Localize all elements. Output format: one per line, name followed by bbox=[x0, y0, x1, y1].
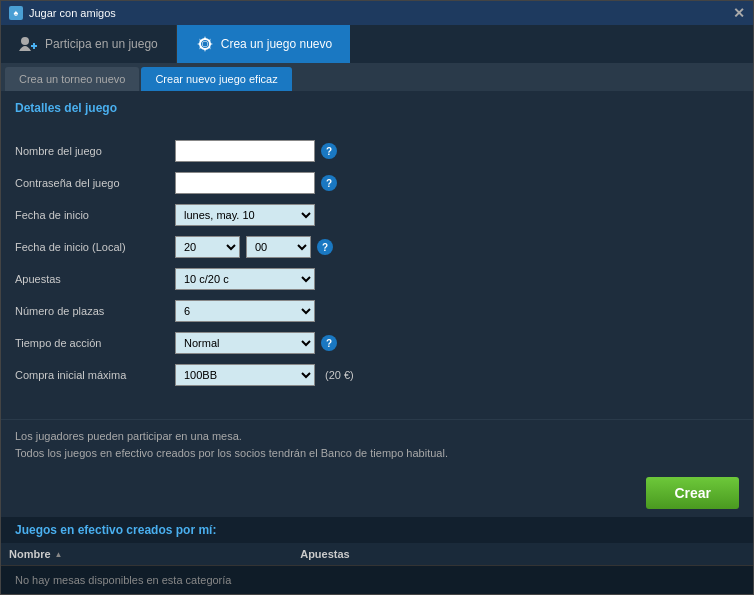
action-time-row: Tiempo de acción Normal Turbo Hyper ? bbox=[15, 331, 739, 355]
top-nav: Participa en un juego Crea un juego nuev… bbox=[1, 25, 753, 63]
game-details-section: Detalles del juego Nombre del juego ? Co… bbox=[1, 91, 753, 419]
start-date-local-row: Fecha de inicio (Local) 20 21 22 23 00 1… bbox=[15, 235, 739, 259]
gear-icon bbox=[195, 34, 215, 54]
seats-controls: 2 4 6 8 9 bbox=[175, 300, 739, 322]
max-buyin-select[interactable]: 100BB 50BB 200BB bbox=[175, 364, 315, 386]
max-buyin-controls: 100BB 50BB 200BB (20 €) bbox=[175, 364, 739, 386]
col-name: Nombre ▲ bbox=[1, 543, 292, 565]
bets-controls: 10 c/20 c 25 c/50 c 50 c/1 € 1 €/2 € bbox=[175, 268, 739, 290]
start-date-select[interactable]: lunes, may. 10 martes, may. 11 miércoles… bbox=[175, 204, 315, 226]
join-game-button[interactable]: Participa en un juego bbox=[1, 25, 177, 63]
svg-point-3 bbox=[202, 42, 207, 47]
max-buyin-value: (20 €) bbox=[325, 369, 354, 381]
tab-tournament[interactable]: Crea un torneo nuevo bbox=[5, 67, 139, 91]
title-bar: ♠ Jugar con amigos ✕ bbox=[1, 1, 753, 25]
sub-tabs: Crea un torneo nuevo Crear nuevo juego e… bbox=[1, 63, 753, 91]
tab-cash-game[interactable]: Crear nuevo juego eficaz bbox=[141, 67, 291, 91]
form-area: Nombre del juego ? Contraseña del juego … bbox=[15, 129, 739, 401]
window-title: Jugar con amigos bbox=[29, 7, 116, 19]
svg-point-0 bbox=[21, 37, 29, 45]
game-password-row: Contraseña del juego ? bbox=[15, 171, 739, 195]
app-window: ♠ Jugar con amigos ✕ Participa en un jue… bbox=[0, 0, 754, 595]
close-button[interactable]: ✕ bbox=[733, 5, 745, 21]
game-name-label: Nombre del juego bbox=[15, 145, 175, 157]
game-password-controls: ? bbox=[175, 172, 739, 194]
col-bets: Apuestas bbox=[292, 543, 446, 565]
create-button[interactable]: Crear bbox=[646, 477, 739, 509]
bets-select[interactable]: 10 c/20 c 25 c/50 c 50 c/1 € 1 €/2 € bbox=[175, 268, 315, 290]
max-buyin-row: Compra inicial máxima 100BB 50BB 200BB (… bbox=[15, 363, 739, 387]
info-line-2: Todos los juegos en efectivo creados por… bbox=[15, 445, 739, 462]
sort-icon: ▲ bbox=[55, 550, 63, 559]
game-name-help[interactable]: ? bbox=[321, 143, 337, 159]
create-game-button[interactable]: Crea un juego nuevo bbox=[177, 25, 350, 63]
action-time-select[interactable]: Normal Turbo Hyper bbox=[175, 332, 315, 354]
create-game-label: Crea un juego nuevo bbox=[221, 37, 332, 51]
section-title: Detalles del juego bbox=[15, 101, 739, 119]
seats-label: Número de plazas bbox=[15, 305, 175, 317]
info-line-1: Los jugadores pueden participar en una m… bbox=[15, 428, 739, 445]
content-wrapper: Detalles del juego Nombre del juego ? Co… bbox=[1, 91, 753, 594]
start-minute-select[interactable]: 00 15 30 45 bbox=[246, 236, 311, 258]
game-name-row: Nombre del juego ? bbox=[15, 139, 739, 163]
col-empty1 bbox=[446, 543, 600, 565]
join-icon bbox=[19, 34, 39, 54]
bottom-section: Juegos en efectivo creados por mí: Nombr… bbox=[1, 517, 753, 594]
start-date-local-controls: 20 21 22 23 00 15 30 45 ? bbox=[175, 236, 739, 258]
game-password-help[interactable]: ? bbox=[321, 175, 337, 191]
game-name-input[interactable] bbox=[175, 140, 315, 162]
start-date-label: Fecha de inicio bbox=[15, 209, 175, 221]
game-name-controls: ? bbox=[175, 140, 739, 162]
seats-select[interactable]: 2 4 6 8 9 bbox=[175, 300, 315, 322]
action-time-controls: Normal Turbo Hyper ? bbox=[175, 332, 739, 354]
seats-row: Número de plazas 2 4 6 8 9 bbox=[15, 299, 739, 323]
max-buyin-label: Compra inicial máxima bbox=[15, 369, 175, 381]
bets-row: Apuestas 10 c/20 c 25 c/50 c 50 c/1 € 1 … bbox=[15, 267, 739, 291]
start-time-help[interactable]: ? bbox=[317, 239, 333, 255]
start-date-local-label: Fecha de inicio (Local) bbox=[15, 241, 175, 253]
title-bar-left: ♠ Jugar con amigos bbox=[9, 6, 116, 20]
action-time-label: Tiempo de acción bbox=[15, 337, 175, 349]
info-text-area: Los jugadores pueden participar en una m… bbox=[1, 419, 753, 469]
game-password-input[interactable] bbox=[175, 172, 315, 194]
start-date-controls: lunes, may. 10 martes, may. 11 miércoles… bbox=[175, 204, 739, 226]
game-password-label: Contraseña del juego bbox=[15, 177, 175, 189]
bottom-title: Juegos en efectivo creados por mí: bbox=[1, 517, 753, 543]
app-icon: ♠ bbox=[9, 6, 23, 20]
start-hour-select[interactable]: 20 21 22 23 bbox=[175, 236, 240, 258]
start-date-row: Fecha de inicio lunes, may. 10 martes, m… bbox=[15, 203, 739, 227]
games-table: Nombre ▲ Apuestas No hay mesas disponibl… bbox=[1, 543, 753, 594]
join-game-label: Participa en un juego bbox=[45, 37, 158, 51]
action-time-help[interactable]: ? bbox=[321, 335, 337, 351]
col-empty2 bbox=[599, 543, 753, 565]
empty-message: No hay mesas disponibles en esta categor… bbox=[1, 566, 753, 594]
action-area: Crear bbox=[1, 469, 753, 517]
bets-label: Apuestas bbox=[15, 273, 175, 285]
table-header: Nombre ▲ Apuestas bbox=[1, 543, 753, 566]
